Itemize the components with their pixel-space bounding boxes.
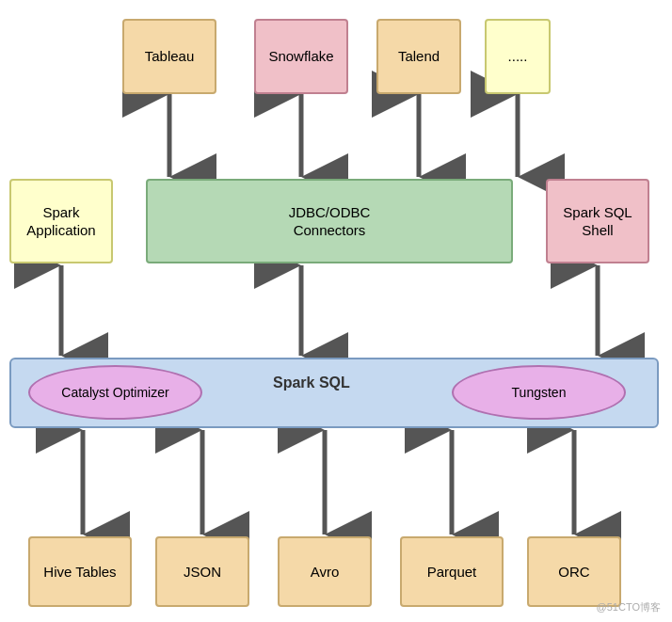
orc-label: ORC xyxy=(558,563,589,582)
avro-box: Avro xyxy=(278,536,372,607)
hive-tables-box: Hive Tables xyxy=(28,536,132,607)
spark-sql-label: Spark SQL xyxy=(273,375,350,391)
snowflake-box: Snowflake xyxy=(254,19,348,94)
json-box: JSON xyxy=(155,536,249,607)
dots-box: ..... xyxy=(485,19,551,94)
talend-box: Talend xyxy=(376,19,461,94)
tungsten-label: Tungsten xyxy=(512,385,567,400)
catalyst-label: Catalyst Optimizer xyxy=(61,385,168,400)
orc-box: ORC xyxy=(527,536,621,607)
catalyst-optimizer-oval: Catalyst Optimizer xyxy=(28,365,202,420)
avro-label: Avro xyxy=(311,563,340,582)
jdbc-label: JDBC/ODBC Connectors xyxy=(289,203,371,240)
parquet-label: Parquet xyxy=(427,563,477,582)
spark-sql-shell-label: Spark SQL Shell xyxy=(563,203,632,240)
hive-tables-label: Hive Tables xyxy=(43,563,116,582)
spark-sql-shell-box: Spark SQL Shell xyxy=(546,179,649,263)
spark-application-box: Spark Application xyxy=(9,179,113,263)
watermark: @51CTO博客 xyxy=(597,600,661,614)
diagram-container: Tableau Snowflake Talend ..... Spark App… xyxy=(0,0,672,622)
spark-application-label: Spark Application xyxy=(26,203,95,240)
tungsten-oval: Tungsten xyxy=(452,365,626,420)
snowflake-label: Snowflake xyxy=(268,47,333,66)
talend-label: Talend xyxy=(398,47,440,66)
tableau-box: Tableau xyxy=(122,19,216,94)
tableau-label: Tableau xyxy=(145,47,195,66)
dots-label: ..... xyxy=(508,47,528,66)
parquet-box: Parquet xyxy=(400,536,504,607)
json-label: JSON xyxy=(184,563,221,582)
jdbc-box: JDBC/ODBC Connectors xyxy=(146,179,513,263)
